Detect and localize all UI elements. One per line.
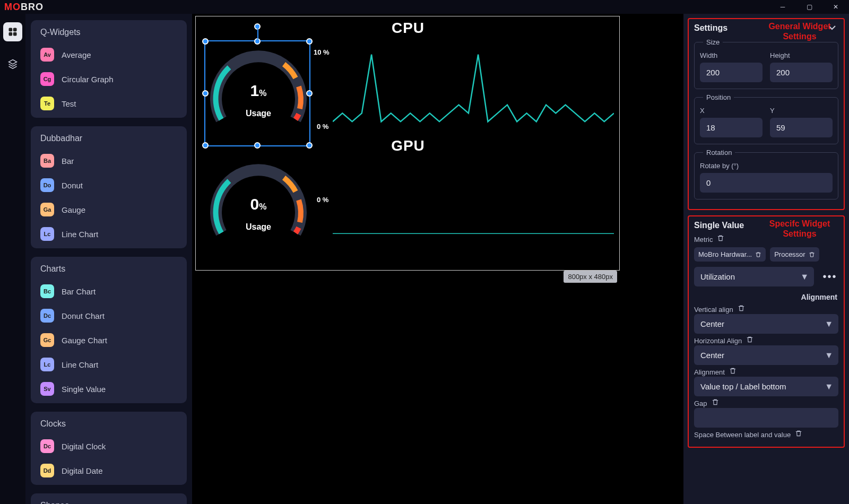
widget-swatch-icon: Gc	[40, 333, 54, 347]
sidebar-item-label: Gauge Chart	[62, 336, 107, 345]
sidebar-item[interactable]: LcLine Chart	[31, 222, 187, 246]
design-stage[interactable]: CPU 1% Usage	[195, 16, 620, 271]
inspector-panel[interactable]: General Widget Settings Settings Size Wi…	[683, 14, 849, 504]
sidebar-group: Q-WidgetsAvAverageCgCircular GraphTeTest	[31, 20, 187, 118]
widget-swatch-icon: Lc	[40, 358, 54, 371]
app-logo: MOBRO	[4, 2, 44, 13]
sidebar-item-label: Donut	[62, 181, 83, 190]
trash-icon[interactable]	[738, 305, 745, 314]
widget-swatch-icon: Dc	[40, 309, 54, 323]
rotation-fieldset: Rotation Rotate by (°)	[694, 149, 838, 199]
sidebar-item-label: Test	[62, 99, 76, 108]
sidebar-item-label: Bar	[62, 157, 74, 166]
trash-icon[interactable]	[795, 430, 802, 439]
metric-tag-hardware[interactable]: MoBro Hardwar...	[694, 247, 766, 262]
sidebar-item-label: Line Chart	[62, 360, 98, 369]
widget-swatch-icon: Te	[40, 97, 54, 110]
rotate-input[interactable]	[700, 173, 833, 193]
y-input[interactable]	[770, 118, 833, 137]
widget-swatch-icon: Lc	[40, 227, 54, 241]
sidebar-group-title: Q-Widgets	[31, 20, 187, 42]
width-label: Width	[700, 51, 763, 59]
sidebar-group-title: Dubbadhar	[31, 126, 187, 149]
valign-select[interactable]	[694, 314, 838, 334]
gap-label: Gap	[694, 399, 707, 407]
sidebar-item[interactable]: BcBar Chart	[31, 279, 187, 303]
widget-swatch-icon: Ba	[40, 154, 54, 168]
minimize-button[interactable]: ─	[769, 0, 796, 14]
logo-red: MO	[4, 2, 21, 12]
rotate-label: Rotate by (°)	[700, 162, 833, 170]
height-input[interactable]	[770, 63, 833, 82]
svg-rect-3	[13, 32, 17, 36]
sidebar-item[interactable]: DdDigital Date	[31, 458, 187, 483]
window-controls: ─ ▢ ✕	[769, 0, 849, 14]
svg-rect-1	[13, 28, 17, 32]
align-select[interactable]	[694, 377, 838, 396]
single-value-heading: Single Value	[694, 221, 744, 230]
position-fieldset: Position X Y	[694, 93, 838, 144]
space-label: Space Between label and value	[694, 431, 791, 439]
metric-select[interactable]	[694, 267, 814, 286]
x-label: X	[700, 107, 763, 115]
widget-swatch-icon: Av	[40, 48, 54, 62]
sidebar-group-title: Shapes	[31, 493, 187, 504]
stage-dimensions-badge: 800px x 480px	[564, 271, 617, 283]
sidebar-item[interactable]: LcLine Chart	[31, 352, 187, 377]
metric-tag-processor[interactable]: Processor	[770, 247, 819, 262]
gap-input[interactable]	[694, 408, 838, 428]
settings-heading: Settings	[694, 23, 727, 33]
icon-rail	[0, 14, 25, 504]
close-button[interactable]: ✕	[822, 0, 849, 14]
sidebar-item[interactable]: SvSingle Value	[31, 377, 187, 401]
sidebar-item[interactable]: DcDigital Clock	[31, 434, 187, 458]
halign-label: Horizontal Align	[694, 337, 742, 345]
gpu-heading: GPU	[355, 137, 461, 154]
sidebar-item[interactable]: BaBar	[31, 149, 187, 173]
canvas-area[interactable]: CPU 1% Usage	[192, 14, 683, 504]
general-settings-annotation: General Widget Settings	[760, 21, 839, 41]
more-icon[interactable]: •••	[821, 271, 838, 283]
widget-swatch-icon: Do	[40, 178, 54, 192]
sidebar-group: ChartsBcBar ChartDcDonut ChartGcGauge Ch…	[31, 257, 187, 403]
metric-label: Metric	[694, 236, 713, 244]
sidebar-item[interactable]: DoDonut	[31, 173, 187, 197]
svg-rect-0	[9, 28, 13, 32]
gpu-axis: 0 %	[317, 196, 328, 204]
sidebar-item-label: Average	[62, 50, 91, 59]
sidebar-item-label: Circular Graph	[62, 75, 114, 84]
trash-icon[interactable]	[712, 398, 719, 408]
align-label: Alignment	[694, 368, 725, 376]
x-input[interactable]	[700, 118, 763, 137]
halign-select[interactable]	[694, 345, 838, 365]
sidebar-group: DubbadharBaBarDoDonutGaGaugeLcLine Chart	[31, 126, 187, 248]
trash-icon[interactable]	[717, 234, 724, 244]
widget-sidebar[interactable]: Q-WidgetsAvAverageCgCircular GraphTeTest…	[25, 14, 192, 504]
gpu-gauge[interactable]: 0% Usage	[205, 153, 311, 259]
sidebar-item[interactable]: TeTest	[31, 91, 187, 116]
sidebar-item[interactable]: DcDonut Chart	[31, 303, 187, 328]
width-input[interactable]	[700, 63, 763, 82]
single-value-card: Specifc Widget Settings Single Value Met…	[688, 215, 845, 448]
sidebar-item[interactable]: CgCircular Graph	[31, 67, 187, 91]
trash-icon[interactable]	[729, 367, 737, 377]
sidebar-item[interactable]: GcGauge Chart	[31, 328, 187, 352]
selection-outline[interactable]	[204, 40, 310, 146]
sidebar-group: Shapes	[31, 493, 187, 504]
maximize-button[interactable]: ▢	[796, 0, 822, 14]
rail-widgets-icon[interactable]	[3, 22, 22, 41]
sidebar-item[interactable]: AvAverage	[31, 42, 187, 67]
rail-layers-icon[interactable]	[3, 54, 22, 73]
widget-swatch-icon: Cg	[40, 72, 54, 86]
sidebar-item-label: Digital Clock	[62, 442, 106, 451]
sidebar-group-title: Clocks	[31, 412, 187, 434]
sidebar-item[interactable]: GaGauge	[31, 197, 187, 222]
trash-icon[interactable]	[746, 336, 753, 345]
widget-swatch-icon: Bc	[40, 284, 54, 298]
widget-swatch-icon: Ga	[40, 203, 54, 216]
widget-swatch-icon: Dd	[40, 464, 54, 477]
cpu-heading: CPU	[355, 20, 461, 37]
sidebar-item-label: Bar Chart	[62, 287, 96, 296]
sidebar-item-label: Donut Chart	[62, 311, 105, 320]
y-label: Y	[770, 107, 833, 115]
